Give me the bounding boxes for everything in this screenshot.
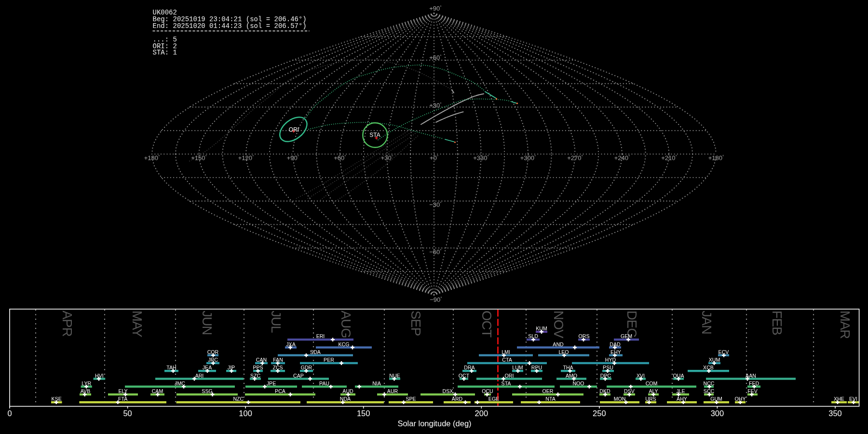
svg-text:150: 150 bbox=[357, 409, 370, 418]
svg-text:SPE: SPE bbox=[406, 396, 416, 402]
svg-text:JIP: JIP bbox=[228, 365, 235, 370]
svg-text:OER: OER bbox=[542, 388, 554, 394]
svg-text:AND: AND bbox=[553, 341, 564, 347]
svg-text:JUL: JUL bbox=[269, 311, 284, 333]
svg-text:+180°: +180° bbox=[144, 154, 160, 162]
svg-text:CAN: CAN bbox=[256, 357, 267, 363]
svg-text:JRC: JRC bbox=[208, 357, 218, 363]
svg-text:ORS: ORS bbox=[579, 333, 590, 339]
svg-text:FEV: FEV bbox=[747, 388, 758, 394]
svg-text:COR: COR bbox=[207, 349, 219, 355]
svg-text:300: 300 bbox=[711, 409, 724, 418]
svg-text:50: 50 bbox=[123, 409, 132, 418]
svg-text:COM: COM bbox=[646, 380, 658, 386]
svg-text:AHY: AHY bbox=[677, 396, 687, 402]
svg-text:End: 20251020 01:44:23 (sol =: End: 20251020 01:44:23 (sol = 206.57°) bbox=[153, 22, 307, 30]
svg-text:+270°: +270° bbox=[567, 154, 583, 162]
svg-text:URS: URS bbox=[645, 396, 656, 402]
svg-text:JMC: JMC bbox=[175, 380, 185, 386]
svg-text:+240°: +240° bbox=[614, 154, 630, 162]
svg-text:STA: 1: STA: 1 bbox=[153, 49, 177, 56]
svg-text:NTA: NTA bbox=[545, 396, 556, 402]
svg-text:350: 350 bbox=[828, 409, 842, 418]
svg-text:+90°: +90° bbox=[287, 154, 299, 162]
svg-text:FAN: FAN bbox=[273, 357, 283, 363]
svg-text:AVB: AVB bbox=[81, 388, 90, 394]
svg-text:RPU: RPU bbox=[531, 365, 542, 370]
svg-text:OCU: OCU bbox=[482, 388, 493, 394]
svg-text:JXA: JXA bbox=[286, 341, 296, 347]
svg-text:JAN: JAN bbox=[699, 311, 714, 334]
svg-text:LEO: LEO bbox=[558, 349, 569, 355]
svg-text:PER: PER bbox=[324, 357, 334, 363]
svg-text:GEM: GEM bbox=[621, 333, 632, 339]
svg-text:+60°: +60° bbox=[429, 54, 441, 61]
svg-text:NOV: NOV bbox=[551, 311, 566, 339]
svg-text:MAR: MAR bbox=[838, 311, 853, 339]
svg-text:+120°: +120° bbox=[238, 154, 254, 162]
svg-text:AUD: AUD bbox=[342, 388, 353, 394]
svg-text:CTA: CTA bbox=[502, 357, 512, 363]
svg-text:+330°: +330° bbox=[473, 154, 489, 162]
svg-text:NCC: NCC bbox=[704, 380, 715, 386]
svg-text:SSG: SSG bbox=[202, 388, 212, 394]
svg-text:−30°: −30° bbox=[429, 201, 441, 208]
svg-text:OCT: OCT bbox=[479, 311, 494, 338]
svg-text:NZC: NZC bbox=[233, 396, 244, 402]
svg-text:DPC: DPC bbox=[600, 373, 611, 379]
svg-text:KUM: KUM bbox=[536, 326, 547, 331]
svg-text:ARI: ARI bbox=[195, 373, 204, 379]
svg-text:SLD: SLD bbox=[528, 333, 538, 339]
svg-text:DSV: DSV bbox=[624, 388, 635, 394]
svg-text:200: 200 bbox=[475, 409, 488, 418]
svg-text:ORI: ORI bbox=[289, 126, 299, 133]
svg-text:SDA: SDA bbox=[310, 349, 321, 355]
svg-text:APR: APR bbox=[60, 311, 75, 337]
svg-text:QUA: QUA bbox=[673, 373, 685, 379]
svg-text:250: 250 bbox=[593, 409, 606, 418]
svg-text:DKD: DKD bbox=[599, 388, 610, 394]
svg-text:SEP: SEP bbox=[408, 311, 423, 336]
svg-text:KSE: KSE bbox=[52, 396, 62, 402]
svg-text:EVI: EVI bbox=[849, 396, 857, 402]
svg-text:STA: STA bbox=[369, 132, 380, 138]
svg-text:HVI: HVI bbox=[95, 373, 104, 379]
svg-text:AUG: AUG bbox=[339, 311, 353, 338]
svg-text:SCC: SCC bbox=[704, 388, 715, 394]
svg-text:MAY: MAY bbox=[130, 311, 145, 337]
svg-text:JLE: JLE bbox=[676, 388, 685, 394]
svg-text:OHY: OHY bbox=[735, 396, 746, 402]
svg-text:ERI: ERI bbox=[316, 333, 325, 339]
svg-text:EGE: EGE bbox=[488, 396, 499, 402]
svg-text:STA: STA bbox=[502, 380, 512, 386]
svg-text:MON: MON bbox=[614, 396, 626, 402]
svg-text:TAH: TAH bbox=[166, 365, 176, 370]
svg-text:PCA: PCA bbox=[275, 388, 286, 394]
svg-text:PAU: PAU bbox=[319, 380, 329, 386]
svg-text:XUM: XUM bbox=[709, 357, 720, 363]
svg-text:ELY: ELY bbox=[118, 388, 127, 394]
svg-text:CAP: CAP bbox=[293, 373, 304, 379]
svg-text:−60°: −60° bbox=[429, 248, 441, 256]
svg-text:0: 0 bbox=[7, 409, 12, 418]
svg-text:AMO: AMO bbox=[566, 373, 577, 379]
svg-text:+210°: +210° bbox=[661, 154, 677, 162]
svg-text:PPS: PPS bbox=[253, 365, 263, 370]
svg-text:100: 100 bbox=[239, 409, 252, 418]
svg-text:LMI: LMI bbox=[502, 349, 510, 355]
svg-text:+60°: +60° bbox=[334, 154, 346, 162]
svg-text:+150°: +150° bbox=[191, 154, 207, 162]
svg-text:+180°: +180° bbox=[708, 154, 724, 162]
svg-text:THA: THA bbox=[563, 365, 573, 370]
svg-text:XCB: XCB bbox=[703, 365, 714, 370]
svg-text:GDR: GDR bbox=[301, 365, 312, 370]
svg-text:Solar longitude (deg): Solar longitude (deg) bbox=[397, 419, 471, 428]
svg-text:ORI: ORI bbox=[505, 373, 514, 379]
svg-text:XHE: XHE bbox=[834, 396, 844, 402]
svg-text:ALY: ALY bbox=[649, 388, 658, 394]
svg-text:DAD: DAD bbox=[610, 341, 621, 347]
svg-text:−90°: −90° bbox=[430, 296, 442, 303]
svg-text:+30°: +30° bbox=[381, 154, 393, 162]
svg-text:FED: FED bbox=[749, 380, 760, 386]
svg-text:AAN: AAN bbox=[746, 373, 756, 379]
